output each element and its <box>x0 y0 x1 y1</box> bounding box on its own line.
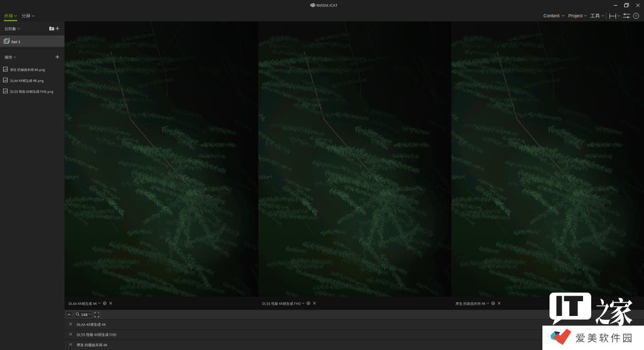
svg-text:Content: Content <box>543 13 560 18</box>
svg-text:148: 148 <box>81 312 88 317</box>
svg-text:?: ? <box>635 14 637 18</box>
svg-text:Project: Project <box>568 13 583 18</box>
svg-text:Set 1: Set 1 <box>11 40 20 44</box>
